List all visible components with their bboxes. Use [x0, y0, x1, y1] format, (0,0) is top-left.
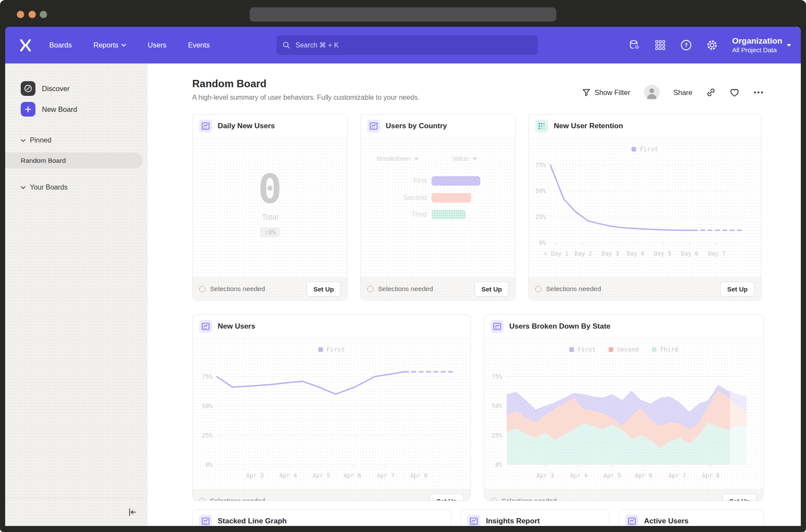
svg-text:25%: 25% [202, 432, 213, 439]
plus-icon [21, 102, 35, 117]
country-row-bar [432, 193, 471, 203]
window-minimize-button[interactable] [29, 11, 36, 18]
set-up-button[interactable]: Set Up [720, 282, 755, 297]
status-text: Selections needed [210, 285, 265, 293]
country-row-label: Second [376, 194, 427, 202]
legend-label: First [578, 346, 596, 353]
legend-swatch [318, 347, 323, 352]
svg-text:Apr 8: Apr 8 [410, 472, 428, 479]
discover-compass-icon [21, 81, 35, 96]
page-subtitle: A high-level summary of user behaviors. … [192, 94, 419, 101]
line-chart-icon [625, 515, 638, 526]
svg-text:Apr 5: Apr 5 [313, 472, 330, 479]
country-bar-list: First Second Third [361, 176, 515, 219]
show-filter-button[interactable]: Show Filter [582, 89, 630, 97]
data-management-icon[interactable] [628, 39, 640, 51]
svg-text:Apr 5: Apr 5 [603, 472, 621, 479]
card-title: New User Retention [554, 122, 623, 130]
sidebar-section-your-boards[interactable]: Your Boards [5, 180, 148, 194]
status-text: Selections needed [546, 285, 601, 293]
line-chart-icon [491, 320, 504, 333]
search-input[interactable] [295, 41, 532, 50]
status-circle-icon [491, 498, 497, 501]
status-circle-icon [199, 498, 206, 501]
nav-item-reports[interactable]: Reports [93, 41, 126, 49]
org-name: Organization [732, 36, 782, 46]
legend-label: First [640, 146, 658, 152]
chevron-down-icon [21, 186, 25, 189]
sidebar-footer [5, 498, 148, 526]
share-button[interactable]: Share [673, 89, 692, 97]
global-search[interactable] [276, 35, 538, 55]
retention-grid-icon [535, 120, 548, 133]
status-text: Selections needed [210, 497, 265, 501]
svg-text:0%: 0% [206, 461, 213, 468]
board-main: Random Board A high-level summary of use… [148, 63, 801, 526]
browser-address-bar[interactable] [250, 7, 556, 22]
status-circle-icon [367, 286, 374, 292]
svg-text:Apr 3: Apr 3 [536, 472, 554, 479]
svg-text:Apr 8: Apr 8 [702, 472, 720, 479]
help-icon[interactable]: ? [680, 39, 692, 51]
card-stacked-line-graph: Stacked Line Graph [192, 509, 451, 526]
svg-text:Day 4: Day 4 [627, 250, 644, 257]
avatar[interactable] [644, 85, 660, 100]
chart-legend: First Second Third [484, 345, 763, 354]
legend-item: Third [652, 346, 678, 353]
line-chart-icon [199, 515, 212, 526]
nav-item-events[interactable]: Events [188, 41, 209, 49]
collapse-sidebar-icon[interactable] [127, 507, 137, 517]
org-switcher[interactable]: Organization All Project Data [732, 36, 791, 54]
set-up-button[interactable]: Set Up [474, 282, 509, 297]
card-title: Active Users [644, 517, 689, 526]
filter-funnel-icon [582, 89, 590, 97]
card-active-users: Active Users [619, 509, 764, 526]
navbar-actions: ? Organization All Project Data [628, 27, 791, 63]
legend-swatch [569, 347, 574, 352]
settings-gear-icon[interactable] [706, 39, 718, 51]
svg-text:25%: 25% [536, 213, 546, 220]
window-zoom-button[interactable] [40, 11, 47, 18]
legend-item: Second [609, 346, 639, 353]
metric-label: Total [262, 213, 278, 222]
svg-text:50%: 50% [536, 187, 546, 194]
chart-legend: First [193, 345, 470, 354]
status-text: Selections needed [378, 285, 433, 293]
app-window: Boards Reports Users Events [5, 27, 801, 526]
nav-item-boards[interactable]: Boards [49, 41, 72, 49]
window-close-button[interactable] [17, 11, 24, 18]
sidebar-item-discover[interactable]: Discover [5, 78, 148, 99]
search-icon [282, 41, 290, 49]
sidebar-section-pinned[interactable]: Pinned [5, 133, 148, 147]
value-column-header[interactable]: Value [452, 155, 477, 162]
metric-value: 0 [258, 170, 282, 209]
apps-grid-icon[interactable] [654, 39, 666, 51]
retention-line-chart: 75%50%25%0%< Day 1Day 2Day 3Day 4Day 5Da… [529, 155, 761, 265]
top-navbar: Boards Reports Users Events [5, 27, 801, 63]
svg-text:0%: 0% [495, 461, 502, 468]
card-daily-new-users: Daily New Users 0 Total ↑0% Selections n… [192, 114, 348, 301]
legend-label: First [327, 346, 345, 353]
country-row-bar [432, 176, 480, 186]
state-stacked-area-chart: 75%50%25%0%Apr 3Apr 4Apr 5Apr 6Apr 7Apr … [484, 356, 763, 489]
set-up-button[interactable]: Set Up [306, 282, 341, 297]
new-users-line-chart: 75%50%25%0%Apr 3Apr 4Apr 5Apr 6Apr 7Apr … [193, 356, 470, 489]
country-row: Third [361, 210, 515, 219]
sidebar-item-random-board[interactable]: Random Board [5, 152, 143, 168]
mixpanel-logo-icon[interactable] [20, 39, 31, 51]
country-row: Second [361, 193, 515, 203]
card-users-by-state: Users Broken Down By State First Second … [484, 314, 764, 501]
copy-link-icon[interactable] [706, 88, 716, 97]
sidebar: Discover New Board Pinned Random Board [5, 63, 148, 526]
legend-swatch [609, 347, 613, 352]
breakdown-column-header[interactable]: Breakdown [377, 155, 419, 162]
card-title: Users Broken Down By State [509, 322, 610, 331]
more-options-icon[interactable] [753, 90, 764, 95]
set-up-button[interactable]: Set Up [722, 494, 757, 501]
svg-text:Day 7: Day 7 [708, 250, 726, 257]
legend-item: First [631, 146, 658, 152]
sidebar-item-new-board[interactable]: New Board [5, 99, 148, 120]
set-up-button[interactable]: Set Up [429, 494, 464, 501]
favorite-heart-icon[interactable] [730, 88, 739, 97]
nav-item-users[interactable]: Users [148, 41, 166, 49]
